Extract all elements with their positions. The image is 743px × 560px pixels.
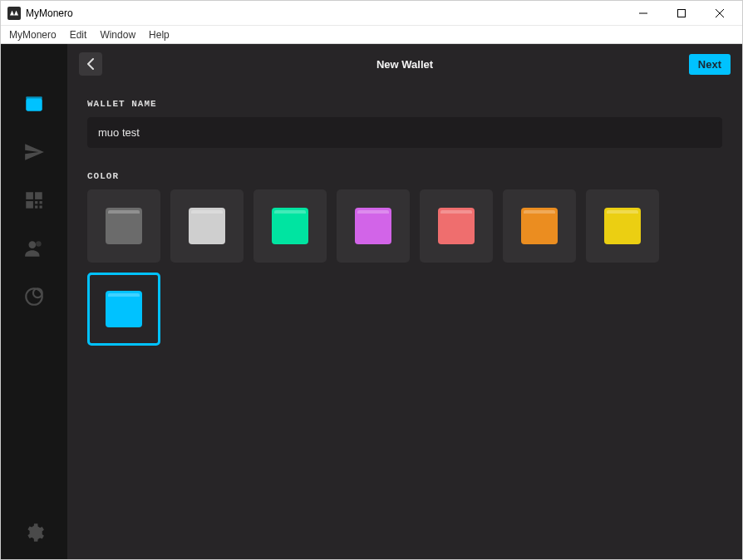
contacts-icon[interactable] (22, 237, 46, 260)
color-option-light-grey[interactable] (170, 189, 244, 263)
window-title: MyMonero (26, 7, 73, 19)
color-swatch (189, 208, 225, 244)
svg-point-13 (29, 241, 37, 248)
window-controls (624, 1, 739, 25)
menubar: MyMonero Edit Window Help (1, 26, 742, 44)
page-title: New Wallet (376, 58, 433, 71)
content: WALLET NAME COLOR (67, 84, 742, 559)
color-option-magenta[interactable] (337, 189, 410, 263)
svg-rect-5 (26, 96, 42, 99)
app-icon (7, 7, 21, 20)
color-swatch (106, 291, 142, 327)
color-option-coral[interactable] (420, 189, 493, 263)
close-button[interactable] (701, 1, 739, 25)
qr-icon[interactable] (22, 189, 46, 212)
svg-rect-7 (35, 192, 42, 199)
back-button[interactable] (79, 52, 102, 76)
svg-rect-9 (35, 201, 37, 204)
svg-rect-6 (26, 192, 33, 199)
color-swatch (604, 208, 641, 244)
app-window: MyMonero MyMonero Edit Window Help (0, 0, 743, 560)
exchange-icon[interactable] (22, 285, 46, 308)
settings-icon[interactable] (22, 521, 46, 544)
send-icon[interactable] (22, 140, 46, 164)
wallet-name-label: WALLET NAME (87, 99, 722, 109)
menu-edit[interactable]: Edit (70, 29, 87, 41)
color-option-yellow[interactable] (586, 189, 659, 263)
svg-rect-12 (40, 206, 42, 209)
svg-rect-11 (35, 206, 37, 209)
maximize-button[interactable] (662, 1, 701, 25)
color-option-dark-grey[interactable] (87, 189, 160, 263)
next-button[interactable]: Next (689, 54, 731, 75)
menu-help[interactable]: Help (149, 29, 170, 41)
color-swatch (438, 208, 475, 244)
sidebar (1, 44, 67, 559)
svg-rect-4 (26, 99, 42, 111)
color-swatch (272, 208, 308, 244)
color-swatch (521, 208, 558, 244)
color-swatch (355, 208, 391, 244)
color-option-teal[interactable] (253, 189, 327, 263)
menu-window[interactable]: Window (100, 29, 135, 41)
menu-mymonero[interactable]: MyMonero (9, 29, 57, 41)
svg-rect-10 (40, 201, 42, 204)
color-option-cyan[interactable] (87, 273, 160, 346)
color-swatch (106, 208, 142, 244)
svg-rect-8 (26, 201, 33, 209)
color-label: COLOR (87, 171, 722, 181)
color-option-orange[interactable] (503, 189, 576, 263)
svg-rect-1 (678, 9, 686, 17)
wallet-name-input[interactable] (87, 117, 722, 148)
app-body: New Wallet Next WALLET NAME COLOR (1, 44, 742, 559)
svg-point-14 (36, 241, 41, 247)
main-panel: New Wallet Next WALLET NAME COLOR (67, 44, 742, 559)
topbar: New Wallet Next (67, 44, 742, 84)
titlebar: MyMonero (1, 1, 742, 26)
minimize-button[interactable] (624, 1, 662, 25)
wallet-icon[interactable] (22, 92, 46, 115)
color-grid (87, 189, 722, 346)
